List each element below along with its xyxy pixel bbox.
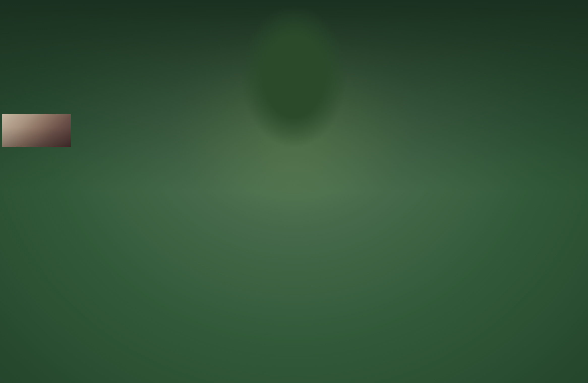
couple-image — [2, 114, 71, 147]
app-wrapper: Boards 🔍 ⬜ Trello + MV MacyVolpe 🔔 — [0, 0, 588, 383]
background-tree — [0, 0, 588, 383]
card-image-couple — [2, 114, 71, 147]
